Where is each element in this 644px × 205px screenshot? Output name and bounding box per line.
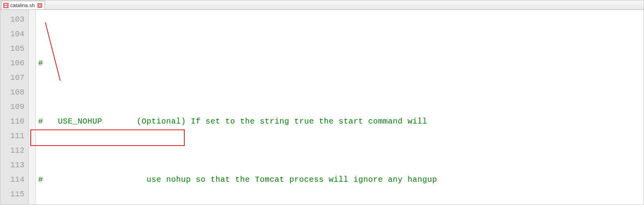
line-number: 107: [0, 70, 28, 85]
line-number: 113: [0, 158, 28, 172]
line-number: 110: [0, 114, 28, 129]
svg-rect-3: [4, 5, 7, 6]
close-icon[interactable]: [37, 3, 42, 8]
code-text: # use nohup so that the Tomcat process w…: [38, 175, 437, 184]
line-number: 103: [0, 12, 28, 27]
fold-margin: [29, 10, 36, 205]
file-modified-icon: [3, 3, 9, 8]
line-number: 105: [0, 41, 28, 56]
file-tab[interactable]: catalina.sh: [1, 1, 45, 9]
code-text: #: [38, 59, 43, 68]
line-number: 114: [0, 172, 28, 187]
line-number-gutter: 103104105106107108109110111112113114115: [0, 10, 29, 205]
line-number: 109: [0, 100, 28, 114]
line-number: 111: [0, 129, 28, 143]
line-number: 108: [0, 85, 28, 100]
line-number: 104: [0, 27, 28, 41]
code-text: # USE_NOHUP (Optional) If set to the str…: [38, 117, 427, 126]
code-editor[interactable]: 103104105106107108109110111112113114115 …: [0, 10, 644, 205]
line-number: 112: [0, 143, 28, 158]
line-number: 106: [0, 56, 28, 70]
tab-bar: catalina.sh: [0, 0, 644, 10]
code-area[interactable]: # # USE_NOHUP (Optional) If set to the s…: [36, 10, 644, 205]
tab-filename: catalina.sh: [10, 2, 35, 8]
line-number: 115: [0, 187, 28, 201]
